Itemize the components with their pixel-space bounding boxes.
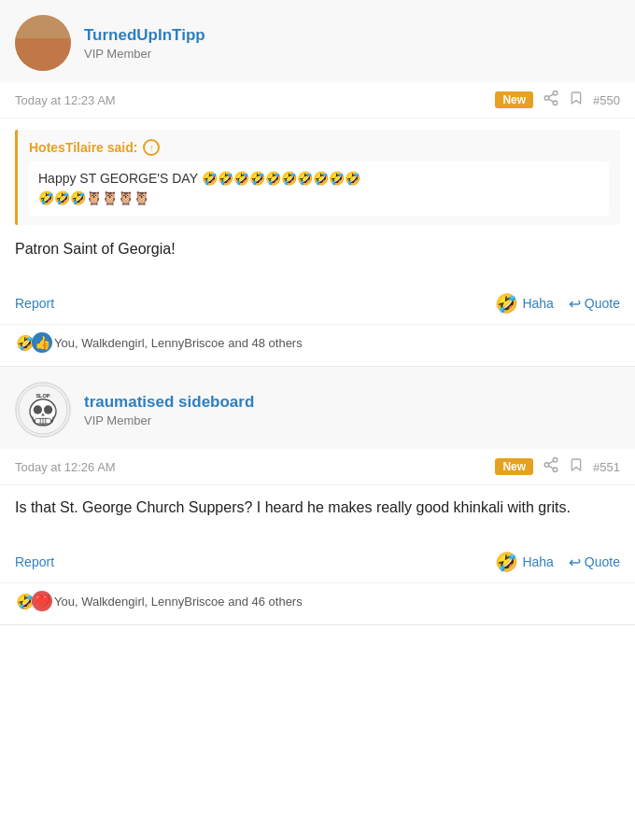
- post-actions-1: Report 🤣 Haha ↩ Quote: [0, 285, 635, 325]
- skull-avatar: SLOP: [15, 382, 71, 438]
- quote-icon-1: ↩: [569, 295, 581, 313]
- liker-emoji-thumb-1: 👍: [32, 332, 52, 353]
- new-badge-2: New: [495, 458, 533, 475]
- share-icon-2[interactable]: [543, 456, 559, 477]
- post-actions-2: Report 🤣 Haha ↩ Quote: [0, 543, 635, 583]
- post-1: TurnedUpInTipp VIP Member Today at 12:23…: [0, 0, 635, 367]
- quote-icon-2: ↩: [569, 553, 581, 571]
- likers-text-2: You, Walkdengirl, LennyBriscoe and 46 ot…: [54, 595, 303, 609]
- post-content-2: Is that St. George Church Suppers? I hea…: [0, 485, 635, 543]
- quote-label-1: Quote: [585, 296, 620, 311]
- haha-label-2: Haha: [522, 554, 553, 569]
- post-time-2: Today at 12:26 AM: [15, 460, 486, 474]
- quote-up-icon: ↑: [143, 139, 160, 156]
- quote-button-1[interactable]: ↩ Quote: [569, 295, 620, 313]
- post-text-1: Patron Saint of Georgia!: [15, 238, 620, 260]
- post-2: SLOP traumatis: [0, 367, 635, 625]
- quote-label-2: Quote: [585, 554, 620, 569]
- report-button-1[interactable]: Report: [15, 296, 480, 311]
- quote-button-2[interactable]: ↩ Quote: [569, 553, 620, 571]
- quote-text-1: Happy ST GEORGE'S DAY 🤣🤣🤣🤣🤣🤣🤣🤣🤣🤣🤣🤣🤣🦉🦉🦉🦉: [29, 161, 609, 216]
- svg-point-8: [34, 405, 42, 413]
- svg-point-9: [44, 405, 52, 413]
- haha-icon-1: 🤣: [495, 292, 518, 315]
- svg-line-4: [549, 94, 554, 97]
- svg-line-17: [549, 466, 554, 469]
- post-meta-1: Today at 12:23 AM New #550: [0, 82, 635, 119]
- user-header-1: TurnedUpInTipp VIP Member: [0, 0, 635, 82]
- user-info-1: TurnedUpInTipp VIP Member: [84, 26, 205, 61]
- likers-text-1: You, Walkdengirl, LennyBriscoe and 48 ot…: [54, 336, 303, 350]
- user-role-1: VIP Member: [84, 47, 205, 61]
- user-info-2: traumatised sideboard VIP Member: [84, 393, 254, 427]
- liker-emoji-heart-2: ❤️: [32, 591, 52, 611]
- quote-author-1: HotesTilaire said: ↑: [29, 139, 609, 156]
- share-icon-1[interactable]: [543, 90, 559, 110]
- haha-label-1: Haha: [522, 296, 553, 311]
- bookmark-icon-1[interactable]: [569, 90, 584, 110]
- likers-row-2: 🤣 ❤️ You, Walkdengirl, LennyBriscoe and …: [0, 583, 635, 624]
- liker-emojis-2: 🤣 ❤️: [15, 591, 49, 611]
- user-role-2: VIP Member: [84, 413, 254, 427]
- post-number-2: #551: [593, 460, 620, 474]
- avatar-2: SLOP: [15, 382, 71, 438]
- quote-block-1: HotesTilaire said: ↑ Happy ST GEORGE'S D…: [15, 130, 620, 225]
- new-badge-1: New: [495, 91, 533, 108]
- post-time-1: Today at 12:23 AM: [15, 93, 486, 107]
- avatar-1: [15, 15, 71, 71]
- post-meta-2: Today at 12:26 AM New #551: [0, 449, 635, 485]
- likers-row-1: 🤣 👍 You, Walkdengirl, LennyBriscoe and 4…: [0, 325, 635, 366]
- username-2: traumatised sideboard: [84, 393, 254, 412]
- haha-button-1[interactable]: 🤣 Haha: [495, 292, 553, 315]
- liker-emojis-1: 🤣 👍: [15, 332, 49, 353]
- post-text-2: Is that St. George Church Suppers? I hea…: [15, 497, 620, 519]
- user-header-2: SLOP traumatis: [0, 367, 635, 449]
- haha-icon-2: 🤣: [495, 551, 518, 573]
- haha-button-2[interactable]: 🤣 Haha: [495, 551, 553, 573]
- svg-text:SLOP: SLOP: [35, 393, 49, 399]
- post-content-1: HotesTilaire said: ↑ Happy ST GEORGE'S D…: [0, 119, 635, 285]
- post-number-1: #550: [593, 93, 620, 107]
- svg-line-3: [549, 99, 554, 102]
- username-1: TurnedUpInTipp: [84, 26, 205, 45]
- report-button-2[interactable]: Report: [15, 554, 480, 569]
- svg-line-18: [549, 461, 554, 464]
- bookmark-icon-2[interactable]: [569, 456, 584, 477]
